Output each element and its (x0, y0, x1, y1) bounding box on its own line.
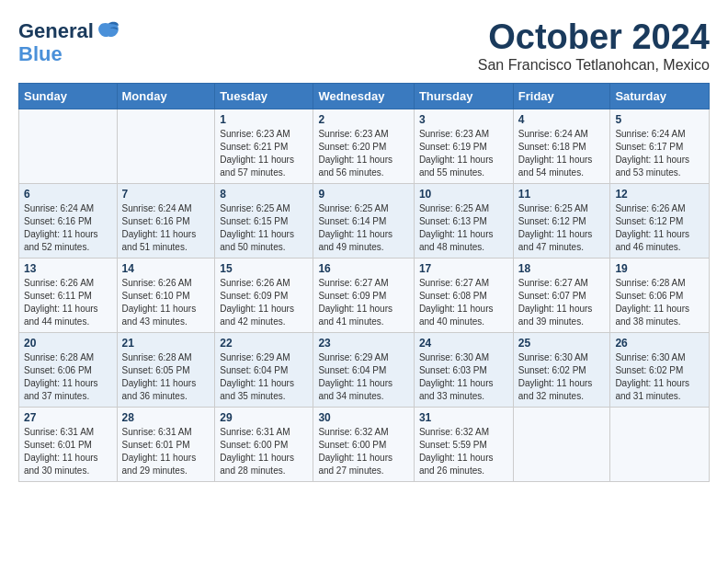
day-info: Sunrise: 6:25 AMSunset: 6:15 PMDaylight:… (220, 202, 308, 254)
calendar-cell: 28Sunrise: 6:31 AMSunset: 6:01 PMDayligh… (117, 407, 215, 481)
header-cell-tuesday: Tuesday (215, 83, 313, 109)
day-info: Sunrise: 6:26 AMSunset: 6:11 PMDaylight:… (24, 277, 112, 328)
day-number: 12 (615, 188, 704, 201)
day-number: 26 (615, 337, 704, 350)
day-info: Sunrise: 6:30 AMSunset: 6:02 PMDaylight:… (518, 351, 606, 403)
day-info: Sunrise: 6:26 AMSunset: 6:10 PMDaylight:… (122, 277, 210, 328)
calendar-cell: 5Sunrise: 6:24 AMSunset: 6:17 PMDaylight… (610, 109, 710, 183)
calendar-cell: 22Sunrise: 6:29 AMSunset: 6:04 PMDayligh… (215, 332, 313, 407)
day-number: 16 (318, 262, 408, 275)
calendar-week-3: 13Sunrise: 6:26 AMSunset: 6:11 PMDayligh… (19, 258, 710, 332)
day-info: Sunrise: 6:23 AMSunset: 6:21 PMDaylight:… (220, 128, 308, 179)
day-info: Sunrise: 6:24 AMSunset: 6:16 PMDaylight:… (24, 202, 112, 254)
calendar-cell: 23Sunrise: 6:29 AMSunset: 6:04 PMDayligh… (313, 332, 414, 407)
logo-bird-icon (96, 18, 121, 44)
day-info: Sunrise: 6:25 AMSunset: 6:13 PMDaylight:… (419, 202, 508, 254)
calendar-cell: 7Sunrise: 6:24 AMSunset: 6:16 PMDaylight… (117, 183, 215, 258)
title-section: October 2024 San Francisco Tetlanohcan, … (478, 18, 710, 74)
day-info: Sunrise: 6:27 AMSunset: 6:08 PMDaylight:… (419, 277, 508, 328)
day-info: Sunrise: 6:29 AMSunset: 6:04 PMDaylight:… (318, 351, 408, 403)
day-info: Sunrise: 6:31 AMSunset: 6:00 PMDaylight:… (220, 426, 308, 477)
day-info: Sunrise: 6:27 AMSunset: 6:09 PMDaylight:… (318, 277, 408, 328)
day-number: 14 (122, 262, 210, 275)
page-header: General Blue October 2024 San Francisco … (18, 18, 710, 74)
calendar-week-4: 20Sunrise: 6:28 AMSunset: 6:06 PMDayligh… (19, 332, 710, 407)
header-row: SundayMondayTuesdayWednesdayThursdayFrid… (19, 83, 710, 109)
calendar-week-1: 1Sunrise: 6:23 AMSunset: 6:21 PMDaylight… (19, 109, 710, 183)
day-number: 10 (419, 188, 508, 201)
calendar-cell: 31Sunrise: 6:32 AMSunset: 5:59 PMDayligh… (414, 407, 513, 481)
calendar-cell: 4Sunrise: 6:24 AMSunset: 6:18 PMDaylight… (513, 109, 610, 183)
day-info: Sunrise: 6:31 AMSunset: 6:01 PMDaylight:… (24, 426, 112, 477)
day-number: 24 (419, 337, 508, 350)
calendar-cell: 8Sunrise: 6:25 AMSunset: 6:15 PMDaylight… (215, 183, 313, 258)
day-number: 28 (122, 411, 210, 424)
header-cell-wednesday: Wednesday (313, 83, 414, 109)
calendar-cell: 3Sunrise: 6:23 AMSunset: 6:19 PMDaylight… (414, 109, 513, 183)
day-number: 3 (419, 113, 508, 126)
calendar-header: SundayMondayTuesdayWednesdayThursdayFrid… (19, 83, 710, 109)
day-number: 29 (220, 411, 308, 424)
calendar-cell (513, 407, 610, 481)
calendar-table: SundayMondayTuesdayWednesdayThursdayFrid… (18, 83, 710, 482)
day-info: Sunrise: 6:23 AMSunset: 6:20 PMDaylight:… (318, 128, 408, 179)
calendar-cell: 15Sunrise: 6:26 AMSunset: 6:09 PMDayligh… (215, 258, 313, 332)
day-number: 25 (518, 337, 606, 350)
logo-blue-text: Blue (18, 44, 63, 64)
day-number: 2 (318, 113, 408, 126)
day-number: 27 (24, 411, 112, 424)
calendar-cell: 11Sunrise: 6:25 AMSunset: 6:12 PMDayligh… (513, 183, 610, 258)
calendar-cell (610, 407, 710, 481)
calendar-cell: 18Sunrise: 6:27 AMSunset: 6:07 PMDayligh… (513, 258, 610, 332)
header-cell-thursday: Thursday (414, 83, 513, 109)
day-info: Sunrise: 6:28 AMSunset: 6:05 PMDaylight:… (122, 351, 210, 403)
header-cell-saturday: Saturday (610, 83, 710, 109)
day-number: 5 (615, 113, 704, 126)
day-number: 6 (24, 188, 112, 201)
day-info: Sunrise: 6:31 AMSunset: 6:01 PMDaylight:… (122, 426, 210, 477)
day-number: 19 (615, 262, 704, 275)
calendar-cell: 6Sunrise: 6:24 AMSunset: 6:16 PMDaylight… (19, 183, 118, 258)
calendar-cell: 26Sunrise: 6:30 AMSunset: 6:02 PMDayligh… (610, 332, 710, 407)
day-info: Sunrise: 6:25 AMSunset: 6:12 PMDaylight:… (518, 202, 606, 254)
calendar-cell: 30Sunrise: 6:32 AMSunset: 6:00 PMDayligh… (313, 407, 414, 481)
calendar-cell: 24Sunrise: 6:30 AMSunset: 6:03 PMDayligh… (414, 332, 513, 407)
day-number: 17 (419, 262, 508, 275)
day-number: 20 (24, 337, 112, 350)
day-info: Sunrise: 6:32 AMSunset: 5:59 PMDaylight:… (419, 426, 508, 477)
calendar-cell: 27Sunrise: 6:31 AMSunset: 6:01 PMDayligh… (19, 407, 118, 481)
calendar-cell: 25Sunrise: 6:30 AMSunset: 6:02 PMDayligh… (513, 332, 610, 407)
day-number: 22 (220, 337, 308, 350)
calendar-body: 1Sunrise: 6:23 AMSunset: 6:21 PMDaylight… (19, 109, 710, 481)
day-info: Sunrise: 6:32 AMSunset: 6:00 PMDaylight:… (318, 426, 408, 477)
day-info: Sunrise: 6:26 AMSunset: 6:12 PMDaylight:… (615, 202, 704, 254)
calendar-cell: 19Sunrise: 6:28 AMSunset: 6:06 PMDayligh… (610, 258, 710, 332)
day-info: Sunrise: 6:28 AMSunset: 6:06 PMDaylight:… (24, 351, 112, 403)
calendar-cell: 21Sunrise: 6:28 AMSunset: 6:05 PMDayligh… (117, 332, 215, 407)
calendar-cell: 20Sunrise: 6:28 AMSunset: 6:06 PMDayligh… (19, 332, 118, 407)
day-number: 15 (220, 262, 308, 275)
logo: General Blue (18, 18, 121, 64)
month-title: October 2024 (478, 18, 710, 57)
day-info: Sunrise: 6:27 AMSunset: 6:07 PMDaylight:… (518, 277, 606, 328)
day-number: 18 (518, 262, 606, 275)
calendar-week-2: 6Sunrise: 6:24 AMSunset: 6:16 PMDaylight… (19, 183, 710, 258)
day-number: 9 (318, 188, 408, 201)
day-number: 23 (318, 337, 408, 350)
day-info: Sunrise: 6:25 AMSunset: 6:14 PMDaylight:… (318, 202, 408, 254)
calendar-cell: 1Sunrise: 6:23 AMSunset: 6:21 PMDaylight… (215, 109, 313, 183)
calendar-cell: 14Sunrise: 6:26 AMSunset: 6:10 PMDayligh… (117, 258, 215, 332)
calendar-cell (19, 109, 118, 183)
calendar-cell: 29Sunrise: 6:31 AMSunset: 6:00 PMDayligh… (215, 407, 313, 481)
day-number: 21 (122, 337, 210, 350)
day-info: Sunrise: 6:29 AMSunset: 6:04 PMDaylight:… (220, 351, 308, 403)
calendar-cell: 10Sunrise: 6:25 AMSunset: 6:13 PMDayligh… (414, 183, 513, 258)
header-cell-monday: Monday (117, 83, 215, 109)
calendar-cell: 13Sunrise: 6:26 AMSunset: 6:11 PMDayligh… (19, 258, 118, 332)
day-number: 1 (220, 113, 308, 126)
day-number: 30 (318, 411, 408, 424)
calendar-cell (117, 109, 215, 183)
day-number: 11 (518, 188, 606, 201)
calendar-cell: 2Sunrise: 6:23 AMSunset: 6:20 PMDaylight… (313, 109, 414, 183)
calendar-cell: 12Sunrise: 6:26 AMSunset: 6:12 PMDayligh… (610, 183, 710, 258)
